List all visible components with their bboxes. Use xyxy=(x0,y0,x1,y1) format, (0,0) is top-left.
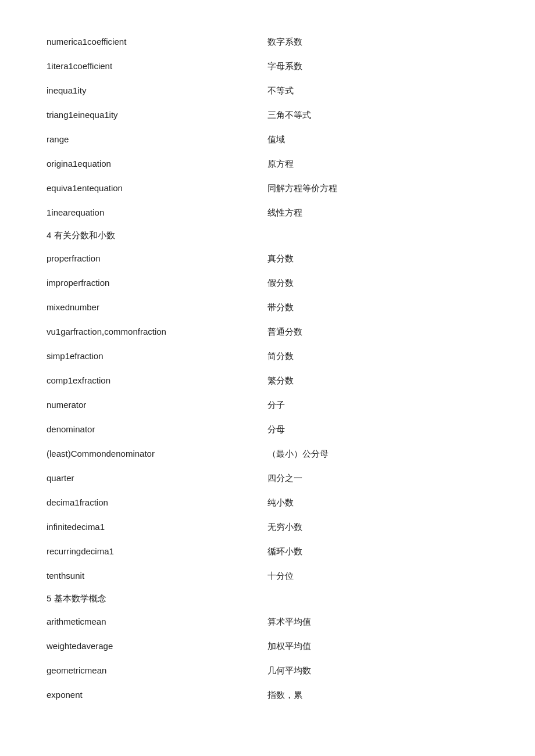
list-item: comp1exfraction繁分数 xyxy=(47,374,488,388)
term-english: equiva1entequation xyxy=(47,181,268,195)
term-english: (least)Commondenominator xyxy=(47,447,268,461)
list-item: mixednumber带分数 xyxy=(47,300,488,314)
term-english: recurringdecima1 xyxy=(47,544,268,558)
list-item: decima1fraction纯小数 xyxy=(47,496,488,510)
list-item: inequa1ity不等式 xyxy=(47,84,488,98)
list-item: equiva1entequation同解方程等价方程 xyxy=(47,181,488,195)
term-chinese: 几何平均数 xyxy=(268,664,311,678)
term-chinese: 循环小数 xyxy=(268,544,302,558)
term-list-1: numerica1coefficient数字系数1itera1coefficie… xyxy=(47,35,488,220)
term-chinese: 加权平均值 xyxy=(268,639,311,653)
term-english: geometricmean xyxy=(47,664,268,678)
term-english: triang1einequa1ity xyxy=(47,108,268,122)
list-item: range值域 xyxy=(47,132,488,146)
list-item: origina1equation原方程 xyxy=(47,157,488,171)
term-chinese: 字母系数 xyxy=(268,59,302,73)
term-chinese: 分子 xyxy=(268,398,285,412)
term-english: 1inearequation xyxy=(47,206,268,220)
list-item: 1inearequation线性方程 xyxy=(47,206,488,220)
term-chinese: 四分之一 xyxy=(268,471,302,485)
section-5-header: 5 基本数学概念 xyxy=(47,593,488,604)
term-chinese: 线性方程 xyxy=(268,206,302,220)
term-list-3: arithmeticmean算术平均值weightedaverage加权平均值g… xyxy=(47,615,488,702)
term-chinese: 算术平均值 xyxy=(268,615,311,629)
term-english: arithmeticmean xyxy=(47,615,268,629)
term-english: numerator xyxy=(47,398,268,412)
term-list-2: properfraction真分数improperfraction假分数mixe… xyxy=(47,252,488,583)
term-english: origina1equation xyxy=(47,157,268,171)
term-english: weightedaverage xyxy=(47,639,268,653)
term-english: 1itera1coefficient xyxy=(47,59,268,73)
term-english: range xyxy=(47,132,268,146)
list-item: (least)Commondenominator（最小）公分母 xyxy=(47,447,488,461)
list-item: numerator分子 xyxy=(47,398,488,412)
list-item: geometricmean几何平均数 xyxy=(47,664,488,678)
term-chinese: 真分数 xyxy=(268,252,294,266)
term-chinese: （最小）公分母 xyxy=(268,447,329,461)
section-4-header: 4 有关分数和小数 xyxy=(47,230,488,241)
term-english: tenthsunit xyxy=(47,569,268,583)
list-item: denominator分母 xyxy=(47,422,488,436)
term-chinese: 不等式 xyxy=(268,84,294,98)
term-english: quarter xyxy=(47,471,268,485)
list-item: infinitedecima1无穷小数 xyxy=(47,520,488,534)
term-chinese: 普通分数 xyxy=(268,325,302,339)
term-chinese: 同解方程等价方程 xyxy=(268,181,337,195)
list-item: tenthsunit十分位 xyxy=(47,569,488,583)
list-item: 1itera1coefficient字母系数 xyxy=(47,59,488,73)
term-english: infinitedecima1 xyxy=(47,520,268,534)
term-chinese: 十分位 xyxy=(268,569,294,583)
term-english: vu1garfraction,commonfraction xyxy=(47,325,268,339)
list-item: improperfraction假分数 xyxy=(47,276,488,290)
term-english: improperfraction xyxy=(47,276,268,290)
term-chinese: 数字系数 xyxy=(268,35,302,49)
list-item: numerica1coefficient数字系数 xyxy=(47,35,488,49)
list-item: recurringdecima1循环小数 xyxy=(47,544,488,558)
term-chinese: 三角不等式 xyxy=(268,108,311,122)
term-english: decima1fraction xyxy=(47,496,268,510)
term-chinese: 分母 xyxy=(268,422,285,436)
term-chinese: 值域 xyxy=(268,132,285,146)
list-item: exponent指数，累 xyxy=(47,688,488,702)
list-item: simp1efraction简分数 xyxy=(47,349,488,363)
list-item: weightedaverage加权平均值 xyxy=(47,639,488,653)
list-item: vu1garfraction,commonfraction普通分数 xyxy=(47,325,488,339)
term-chinese: 简分数 xyxy=(268,349,294,363)
term-chinese: 繁分数 xyxy=(268,374,294,388)
list-item: quarter四分之一 xyxy=(47,471,488,485)
term-english: inequa1ity xyxy=(47,84,268,98)
list-item: properfraction真分数 xyxy=(47,252,488,266)
term-chinese: 指数，累 xyxy=(268,688,302,702)
term-chinese: 纯小数 xyxy=(268,496,294,510)
term-english: mixednumber xyxy=(47,300,268,314)
list-item: triang1einequa1ity三角不等式 xyxy=(47,108,488,122)
term-chinese: 带分数 xyxy=(268,300,294,314)
term-chinese: 假分数 xyxy=(268,276,294,290)
term-english: denominator xyxy=(47,422,268,436)
term-chinese: 无穷小数 xyxy=(268,520,302,534)
term-english: numerica1coefficient xyxy=(47,35,268,49)
term-english: comp1exfraction xyxy=(47,374,268,388)
term-chinese: 原方程 xyxy=(268,157,294,171)
term-english: simp1efraction xyxy=(47,349,268,363)
term-english: exponent xyxy=(47,688,268,702)
term-english: properfraction xyxy=(47,252,268,266)
list-item: arithmeticmean算术平均值 xyxy=(47,615,488,629)
